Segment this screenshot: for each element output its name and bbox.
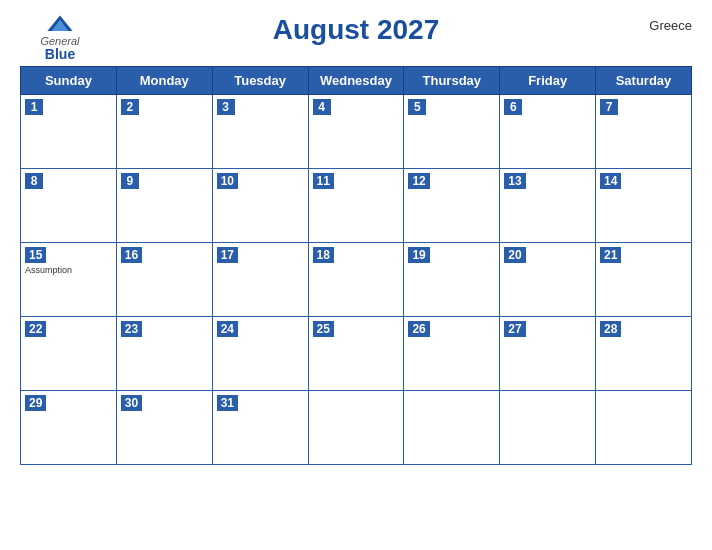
col-header-monday: Monday <box>116 67 212 95</box>
date-number: 29 <box>25 395 46 411</box>
date-number: 17 <box>217 247 238 263</box>
calendar-cell: 12 <box>404 169 500 243</box>
date-number: 28 <box>600 321 621 337</box>
date-number: 11 <box>313 173 334 189</box>
calendar-title: August 2027 <box>100 14 612 46</box>
calendar-cell: 7 <box>596 95 692 169</box>
col-header-friday: Friday <box>500 67 596 95</box>
week-row-5: 293031 <box>21 391 692 465</box>
col-header-saturday: Saturday <box>596 67 692 95</box>
calendar-title-area: August 2027 <box>100 14 612 46</box>
date-number: 6 <box>504 99 522 115</box>
date-number: 22 <box>25 321 46 337</box>
date-number: 20 <box>504 247 525 263</box>
week-row-2: 891011121314 <box>21 169 692 243</box>
date-number: 7 <box>600 99 618 115</box>
calendar-cell: 23 <box>116 317 212 391</box>
calendar-cell: 2 <box>116 95 212 169</box>
date-number: 30 <box>121 395 142 411</box>
col-header-sunday: Sunday <box>21 67 117 95</box>
calendar-header: General Blue August 2027 Greece <box>20 10 692 62</box>
calendar-cell: 30 <box>116 391 212 465</box>
calendar-cell: 28 <box>596 317 692 391</box>
date-number: 12 <box>408 173 429 189</box>
calendar-cell: 24 <box>212 317 308 391</box>
calendar-cell <box>500 391 596 465</box>
calendar-cell: 16 <box>116 243 212 317</box>
col-header-tuesday: Tuesday <box>212 67 308 95</box>
date-number: 25 <box>313 321 334 337</box>
date-number: 23 <box>121 321 142 337</box>
date-number: 8 <box>25 173 43 189</box>
calendar-cell: 29 <box>21 391 117 465</box>
country-label: Greece <box>612 14 692 33</box>
date-number: 18 <box>313 247 334 263</box>
calendar-cell: 18 <box>308 243 404 317</box>
logo-blue-text: Blue <box>45 47 75 62</box>
date-number: 1 <box>25 99 43 115</box>
date-number: 16 <box>121 247 142 263</box>
calendar-cell: 6 <box>500 95 596 169</box>
date-number: 13 <box>504 173 525 189</box>
col-header-wednesday: Wednesday <box>308 67 404 95</box>
calendar-cell: 5 <box>404 95 500 169</box>
calendar-cell: 20 <box>500 243 596 317</box>
logo-icon <box>46 14 74 34</box>
calendar-header-row: Sunday Monday Tuesday Wednesday Thursday… <box>21 67 692 95</box>
calendar-cell <box>596 391 692 465</box>
calendar-cell <box>404 391 500 465</box>
calendar-cell: 3 <box>212 95 308 169</box>
calendar-cell: 19 <box>404 243 500 317</box>
date-number: 26 <box>408 321 429 337</box>
calendar-cell: 27 <box>500 317 596 391</box>
col-header-thursday: Thursday <box>404 67 500 95</box>
date-number: 31 <box>217 395 238 411</box>
date-number: 15 <box>25 247 46 263</box>
date-number: 9 <box>121 173 139 189</box>
date-number: 4 <box>313 99 331 115</box>
calendar-cell: 22 <box>21 317 117 391</box>
calendar-cell <box>308 391 404 465</box>
calendar-cell: 9 <box>116 169 212 243</box>
date-number: 10 <box>217 173 238 189</box>
date-number: 21 <box>600 247 621 263</box>
calendar-cell: 21 <box>596 243 692 317</box>
calendar-table: Sunday Monday Tuesday Wednesday Thursday… <box>20 66 692 465</box>
calendar-cell: 25 <box>308 317 404 391</box>
calendar-cell: 15Assumption <box>21 243 117 317</box>
calendar-cell: 1 <box>21 95 117 169</box>
calendar-cell: 4 <box>308 95 404 169</box>
date-number: 27 <box>504 321 525 337</box>
calendar-cell: 13 <box>500 169 596 243</box>
calendar-cell: 10 <box>212 169 308 243</box>
date-number: 5 <box>408 99 426 115</box>
date-number: 2 <box>121 99 139 115</box>
week-row-3: 15Assumption161718192021 <box>21 243 692 317</box>
calendar-body: 123456789101112131415Assumption161718192… <box>21 95 692 465</box>
calendar-cell: 26 <box>404 317 500 391</box>
holiday-label: Assumption <box>25 265 112 275</box>
calendar-cell: 31 <box>212 391 308 465</box>
date-number: 19 <box>408 247 429 263</box>
calendar-cell: 8 <box>21 169 117 243</box>
date-number: 3 <box>217 99 235 115</box>
logo: General Blue <box>20 14 100 62</box>
week-row-1: 1234567 <box>21 95 692 169</box>
calendar-cell: 11 <box>308 169 404 243</box>
week-row-4: 22232425262728 <box>21 317 692 391</box>
calendar-cell: 17 <box>212 243 308 317</box>
date-number: 14 <box>600 173 621 189</box>
calendar-cell: 14 <box>596 169 692 243</box>
date-number: 24 <box>217 321 238 337</box>
